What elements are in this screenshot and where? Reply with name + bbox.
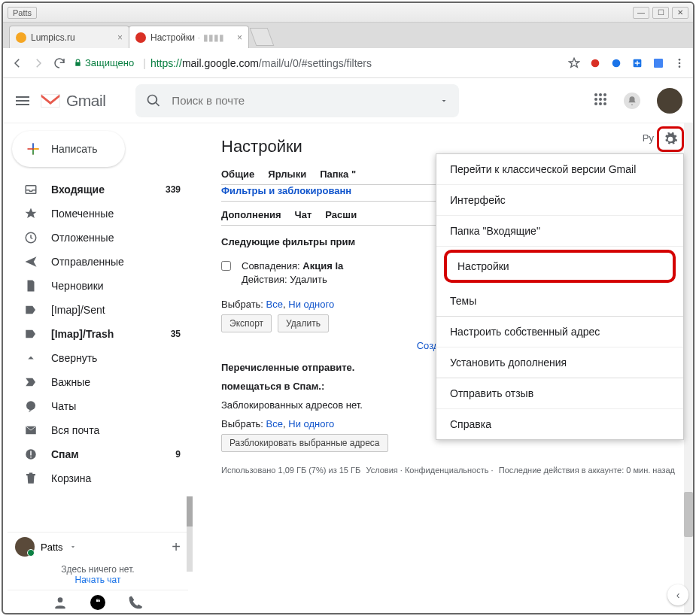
nav-reload-button[interactable] xyxy=(53,56,66,70)
nav-back-button[interactable] xyxy=(11,56,24,70)
settings-tab-filters[interactable]: Фильтры и заблокированн xyxy=(221,185,351,196)
main-scrollbar[interactable] xyxy=(684,123,693,613)
gmail-icon xyxy=(39,93,62,109)
sidebar-item-draft[interactable]: Черновики xyxy=(8,274,188,298)
dd-help[interactable]: Справка xyxy=(436,409,683,439)
menu-icon[interactable] xyxy=(673,57,685,69)
sidebar-item-label: Важные xyxy=(51,376,167,388)
hangouts-add-button[interactable]: + xyxy=(172,539,181,556)
main-content: Ру Настройки Общие Ярлыки Папка " Фильтр… xyxy=(196,123,693,613)
search-icon xyxy=(146,93,161,108)
apps-grid-icon xyxy=(594,93,607,106)
select-all-link[interactable]: Все xyxy=(266,299,283,310)
settings-tab-chat[interactable]: Чат xyxy=(295,209,312,220)
window-maximize-button[interactable]: ☐ xyxy=(652,7,669,19)
compose-button[interactable]: Написать xyxy=(12,131,125,167)
hangouts-start-chat-link[interactable]: Начать чат xyxy=(8,575,188,585)
hamburger-button[interactable] xyxy=(14,92,32,110)
svg-point-18 xyxy=(26,401,35,410)
dd-density[interactable]: Интерфейс xyxy=(436,185,683,216)
sidebar-item-mail[interactable]: Вся почта xyxy=(8,418,188,442)
sidebar-item-collapse[interactable]: Свернуть xyxy=(8,346,188,370)
hangouts-avatar xyxy=(15,537,35,557)
svg-rect-21 xyxy=(30,451,32,456)
apps-grid-button[interactable] xyxy=(594,93,607,109)
unblock-button[interactable]: Разблокировать выбранные адреса xyxy=(221,434,388,452)
sidebar-item-star[interactable]: Помеченные xyxy=(8,202,188,226)
bookmark-star-icon[interactable] xyxy=(568,57,580,69)
sidebar-item-chat[interactable]: Чаты xyxy=(8,394,188,418)
dd-custom-address[interactable]: Настроить собственный адрес xyxy=(436,317,683,347)
sidebar-item-spam[interactable]: Спам9 xyxy=(8,442,188,466)
settings-tab-inbox[interactable]: Папка " xyxy=(320,168,356,180)
footer-terms[interactable]: Условия · Конфиденциальность · xyxy=(366,466,493,475)
star-icon xyxy=(24,207,38,220)
separator: | xyxy=(143,57,146,69)
side-panel-toggle[interactable]: ‹ xyxy=(667,584,688,605)
sidebar-item-trash[interactable]: Корзина xyxy=(8,466,188,490)
dd-install-addons[interactable]: Установить дополнения xyxy=(436,347,683,378)
sidebar-item-label: Отложенные xyxy=(51,232,167,244)
chat-icon xyxy=(24,399,38,413)
dd-settings[interactable]: Настройки xyxy=(444,250,676,283)
hangouts-account[interactable]: Patts + xyxy=(8,533,188,561)
search-input[interactable] xyxy=(172,94,429,107)
dd-inbox-config[interactable]: Папка "Входящие" xyxy=(436,216,683,247)
sidebar-item-send[interactable]: Отправленные xyxy=(8,250,188,274)
contacts-tab-icon[interactable] xyxy=(53,595,68,610)
sidebar-item-count: 339 xyxy=(166,184,181,195)
phone-tab-icon[interactable] xyxy=(128,595,143,610)
dd-themes[interactable]: Темы xyxy=(436,286,683,317)
browser-tab-lumpics[interactable]: Lumpics.ru × xyxy=(9,26,129,48)
dd-classic-gmail[interactable]: Перейти к классической версии Gmail xyxy=(436,154,683,185)
sidebar-item-label: Вся почта xyxy=(51,424,167,436)
secure-badge: Защищено xyxy=(74,57,134,68)
sidebar-item-clock[interactable]: Отложенные xyxy=(8,226,188,250)
filter-action-value: Удалить xyxy=(290,274,327,285)
secure-label: Защищено xyxy=(85,57,134,68)
nav-forward-button[interactable] xyxy=(32,56,45,70)
inbox-icon xyxy=(24,183,38,196)
search-box[interactable] xyxy=(135,84,459,117)
address-bar[interactable]: Защищено | https://mail.google.com/mail/… xyxy=(74,57,561,69)
extension-icon[interactable] xyxy=(610,57,622,69)
select-all-link[interactable]: Все xyxy=(266,418,283,429)
tab-close-icon[interactable]: × xyxy=(237,32,242,43)
search-options-icon[interactable] xyxy=(439,96,448,105)
settings-tab-general[interactable]: Общие xyxy=(221,168,254,180)
dd-feedback[interactable]: Отправить отзыв xyxy=(436,378,683,409)
new-tab-button[interactable] xyxy=(250,28,275,46)
settings-tab-labels[interactable]: Ярлыки xyxy=(268,168,306,180)
sidebar-item-label[interactable]: [Imap]/Trash35 xyxy=(8,322,188,346)
delete-button[interactable]: Удалить xyxy=(278,314,329,332)
window-minimize-button[interactable]: — xyxy=(633,7,649,19)
export-button[interactable]: Экспорт xyxy=(221,314,272,332)
sidebar-item-label[interactable]: [Imap]/Sent xyxy=(8,298,188,322)
notifications-button[interactable] xyxy=(624,93,640,109)
sidebar-item-important[interactable]: Важные xyxy=(8,370,188,394)
window-close-button[interactable]: ✕ xyxy=(672,7,688,19)
settings-gear-button[interactable] xyxy=(657,126,684,152)
settings-tab-addons[interactable]: Дополнения xyxy=(221,209,281,220)
sidebar-item-label: Черновики xyxy=(51,280,167,292)
extension-icon[interactable] xyxy=(589,57,601,69)
sidebar-item-inbox[interactable]: Входящие339 xyxy=(8,178,188,202)
svg-point-23 xyxy=(58,597,63,602)
translate-icon[interactable] xyxy=(652,57,664,69)
select-none-link[interactable]: Ни одного xyxy=(288,299,334,310)
mail-icon xyxy=(24,423,38,437)
account-avatar[interactable] xyxy=(657,88,682,114)
browser-tab-settings[interactable]: Настройки · ▮▮▮▮ × xyxy=(129,26,249,48)
sidebar-scrollbar[interactable] xyxy=(187,496,193,572)
filter-checkbox[interactable] xyxy=(221,261,231,271)
select-label: Выбрать: xyxy=(221,418,263,429)
tab-close-icon[interactable]: × xyxy=(117,32,123,43)
select-none-link[interactable]: Ни одного xyxy=(288,418,334,429)
settings-tab-ext[interactable]: Расши xyxy=(325,209,357,220)
hangouts-tab-icon[interactable]: ❝ xyxy=(90,595,105,610)
svg-rect-3 xyxy=(654,59,663,68)
sidebar-item-label: Входящие xyxy=(51,184,152,196)
gmail-logo[interactable]: Gmail xyxy=(39,92,105,110)
input-language-indicator[interactable]: Ру xyxy=(643,132,654,144)
extension-icon[interactable] xyxy=(631,57,643,69)
